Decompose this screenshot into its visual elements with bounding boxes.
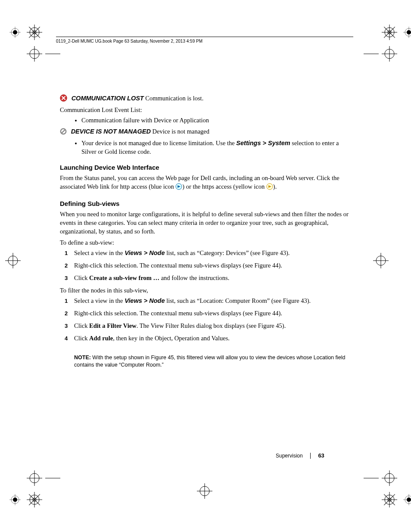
svg-point-55	[388, 498, 391, 501]
filter-step-1b: list, such as “Location: Computer Room” …	[165, 297, 311, 304]
filter-step-4: Click Add rule, then key in the Object, …	[74, 334, 352, 343]
filter-step-2: Right-click this selection. The contextu…	[74, 309, 352, 318]
crop-mark-bottom-right	[364, 467, 407, 510]
crop-mark-mid-right	[364, 250, 407, 293]
running-header: 0119_2-Dell MUMC UG.book Page 63 Saturda…	[56, 37, 353, 44]
svg-line-4	[29, 27, 40, 37]
defining-p1: When you need to monitor large configura…	[60, 210, 352, 236]
svg-point-44	[30, 495, 39, 504]
define-list: Select a view in the Views > Node list, …	[60, 249, 352, 283]
crop-mark-top-left	[4, 22, 47, 65]
crop-mark-bottom-left	[4, 467, 47, 510]
svg-point-3	[13, 30, 17, 34]
not-managed-bullet-prefix: Your device is not managed due to licens…	[81, 140, 236, 146]
not-managed-bullet: Your device is not managed due to licens…	[81, 139, 352, 156]
filter-list: Select a view in the Views > Node list, …	[60, 296, 352, 343]
crop-mark-bottom-center	[192, 480, 235, 523]
crop-mark-top-right	[364, 22, 407, 65]
note-text: With the setup shown in Figure 45, this …	[74, 355, 345, 368]
filter-step-3b: . The View Filter Rules dialog box displ…	[137, 322, 286, 329]
filter-step-4-bold: Add rule	[89, 335, 113, 342]
svg-point-16	[385, 28, 394, 37]
comm-lost-bullet-1: Communication failure with Device or App…	[81, 116, 352, 124]
svg-point-0	[11, 28, 19, 36]
svg-point-17	[388, 31, 391, 34]
svg-point-62	[200, 486, 209, 496]
note-label: NOTE:	[74, 355, 91, 361]
svg-point-34	[30, 473, 39, 483]
comm-lost-label: COMMUNICATION LOST	[72, 95, 144, 102]
svg-point-23	[407, 30, 411, 34]
footer-section: Supervision	[276, 453, 303, 459]
crop-mark-mid-left	[4, 250, 47, 293]
error-x-icon	[60, 94, 67, 104]
not-managed-menu-path: Settings > System	[236, 140, 290, 146]
svg-line-14	[384, 27, 395, 37]
launching-p1c: ).	[273, 183, 277, 190]
define-step-3: Click Create a sub-view from … and follo…	[74, 274, 352, 283]
page-body: COMMUNICATION LOST Communication is lost…	[60, 93, 352, 369]
filter-step-3: Click Edit a Filter View. The View Filte…	[74, 321, 352, 330]
svg-point-31	[376, 256, 386, 265]
defining-heading: Defining Sub-views	[60, 200, 352, 207]
launching-heading: Launching Device Web Interface	[60, 164, 352, 171]
filter-step-3-bold: Edit a Filter View	[89, 322, 137, 329]
svg-point-10	[30, 49, 39, 59]
svg-line-67	[62, 130, 65, 133]
http-blue-icon	[175, 183, 182, 192]
footer-divider	[310, 453, 311, 459]
note-block: NOTE: With the setup shown in Figure 45,…	[60, 354, 352, 369]
svg-point-7	[33, 31, 36, 34]
defining-p2: To define a sub-view:	[60, 238, 352, 247]
forbidden-icon	[60, 128, 67, 137]
comm-lost-row: COMMUNICATION LOST Communication is lost…	[60, 94, 352, 104]
define-step-3a: Click	[74, 274, 89, 281]
running-header-text: 0119_2-Dell MUMC UG.book Page 63 Saturda…	[56, 39, 202, 44]
define-step-2: Right-click this selection. The contextu…	[74, 261, 352, 270]
filter-step-4a: Click	[74, 335, 89, 342]
svg-line-52	[384, 494, 395, 505]
launching-p1b: ) or the https access (yellow icon	[182, 183, 266, 190]
filter-step-3a: Click	[74, 322, 89, 329]
svg-line-53	[384, 494, 395, 505]
filter-step-4b: , then key in the Object, Operation and …	[113, 335, 230, 342]
filter-step-1-menu: Views > Node	[125, 297, 165, 304]
svg-line-43	[29, 494, 40, 505]
svg-point-54	[385, 495, 394, 504]
footer-page-number: 63	[318, 452, 324, 459]
svg-point-58	[405, 496, 411, 504]
define-step-1a: Select a view in the	[74, 249, 125, 256]
svg-point-48	[385, 473, 394, 483]
svg-line-42	[29, 494, 40, 505]
svg-line-5	[29, 27, 40, 37]
svg-point-28	[8, 256, 18, 265]
svg-point-24	[385, 49, 394, 59]
launching-paragraph: From the Status panel, you can access th…	[60, 174, 352, 192]
filter-step-1a: Select a view in the	[74, 297, 125, 304]
defining-p3: To filter the nodes in this sub-view,	[60, 286, 352, 295]
define-step-1b: list, such as “Category: Devices” (see F…	[165, 249, 290, 256]
svg-point-20	[405, 28, 411, 36]
svg-point-38	[11, 496, 19, 504]
comm-lost-suffix: Communication is lost.	[144, 95, 204, 102]
filter-step-1: Select a view in the Views > Node list, …	[74, 296, 352, 305]
svg-line-15	[384, 27, 395, 37]
define-step-3b: and follow the instructions.	[159, 274, 229, 281]
define-step-1: Select a view in the Views > Node list, …	[74, 249, 352, 258]
not-managed-suffix: Device is not managed	[151, 128, 209, 135]
page-footer: Supervision 63	[276, 452, 353, 459]
define-step-1-menu: Views > Node	[125, 249, 165, 256]
comm-lost-event-list-title: Communication Lost Event List:	[60, 106, 352, 114]
svg-point-41	[13, 498, 17, 502]
svg-point-6	[30, 28, 39, 37]
define-step-3-bold: Create a sub-view from …	[89, 274, 159, 281]
https-yellow-icon	[266, 183, 273, 192]
svg-point-61	[407, 498, 411, 502]
not-managed-row: DEVICE IS NOT MANAGED Device is not mana…	[60, 127, 352, 137]
not-managed-label: DEVICE IS NOT MANAGED	[71, 128, 151, 135]
svg-point-45	[33, 498, 36, 501]
